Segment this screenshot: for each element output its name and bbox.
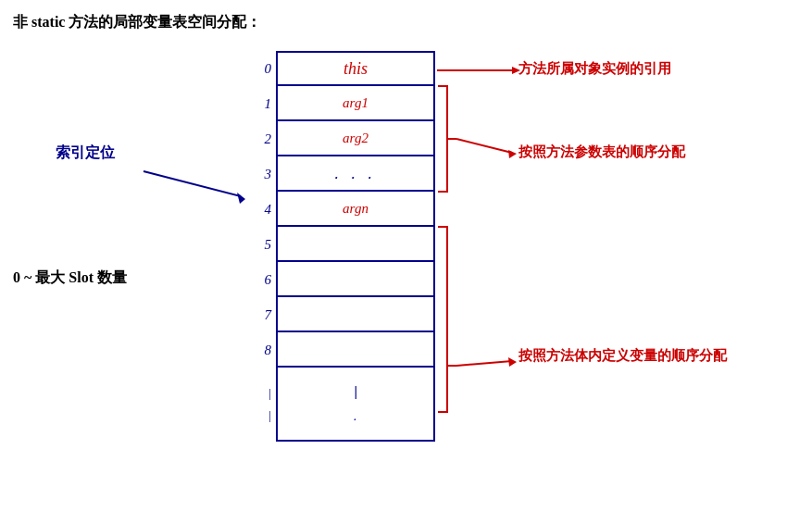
row-index-last: | | [250, 368, 276, 442]
row-index-6: 6 [250, 262, 276, 297]
table-row: 3 . . . [250, 156, 435, 192]
row-index-8: 8 [250, 332, 276, 368]
row-index-2: 2 [250, 121, 276, 156]
slot-cell-6 [276, 262, 435, 297]
annotation-param-order: 按照方法参数表的顺序分配 [518, 143, 685, 161]
table-row: 8 [250, 332, 435, 368]
annotation-this-ref: 方法所属对象实例的引用 [518, 60, 671, 78]
svg-marker-5 [508, 150, 517, 158]
table-row: 5 [250, 227, 435, 262]
page-title: 非 static 方法的局部变量表空间分配： [13, 13, 261, 32]
slot-cell-5 [276, 227, 435, 262]
svg-marker-7 [508, 357, 517, 367]
table-row: 4 argn [250, 192, 435, 227]
svg-line-2 [144, 171, 241, 196]
svg-line-4 [456, 139, 512, 153]
row-index-7: 7 [250, 297, 276, 332]
slot-cell-4: argn [276, 192, 435, 227]
annotation-index-pos: 索引定位 [56, 143, 115, 163]
slot-cell-1: arg1 [276, 86, 435, 121]
table-row: | | | . [250, 368, 435, 442]
row-index-4: 4 [250, 192, 276, 227]
slot-cell-0: this [276, 51, 435, 86]
table-row: 2 arg2 [250, 121, 435, 156]
slot-cell-3: . . . [276, 156, 435, 192]
slot-cell-2: arg2 [276, 121, 435, 156]
slot-table: 0 this 1 arg1 2 arg2 3 . . . 4 argn 5 6 … [250, 51, 435, 442]
table-row: 1 arg1 [250, 86, 435, 121]
annotation-var-order: 按照方法体内定义变量的顺序分配 [518, 347, 727, 365]
svg-marker-3 [237, 193, 245, 204]
annotation-slot-count: 0 ~ 最大 Slot 数量 [13, 268, 127, 288]
row-index-3: 3 [250, 156, 276, 192]
slot-cell-8 [276, 332, 435, 368]
row-index-1: 1 [250, 86, 276, 121]
slot-cell-last: | . [276, 368, 435, 442]
row-index-5: 5 [250, 227, 276, 262]
table-row: 0 this [250, 51, 435, 86]
row-index-0: 0 [250, 51, 276, 86]
table-row: 6 [250, 262, 435, 297]
svg-line-6 [456, 361, 512, 366]
table-row: 7 [250, 297, 435, 332]
slot-cell-7 [276, 297, 435, 332]
